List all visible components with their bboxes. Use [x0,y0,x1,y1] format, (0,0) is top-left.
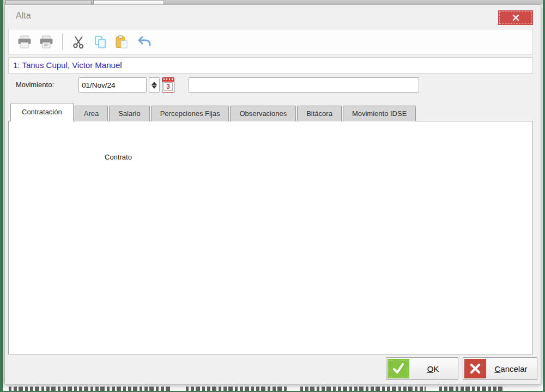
tab-contratacion[interactable]: Contratación [10,103,74,121]
undo-button[interactable] [135,32,153,52]
dialog-title: Alta [16,11,31,21]
copy-icon [94,35,107,49]
tab-movimiento-idse[interactable]: Movimiento IDSE [343,106,416,121]
cancel-button-label: Cancelar [486,364,536,373]
movimiento-comment-input[interactable] [189,77,419,93]
tab-strip: Contratación Area Salario Percepciones F… [10,103,417,121]
print-button[interactable] [15,32,34,52]
blurred-text [300,387,426,391]
background-tab [5,0,92,4]
blurred-text [439,387,505,391]
toolbar [8,29,533,55]
calendar-icon [162,78,174,82]
spinner-up-icon [152,82,157,85]
print-icon [17,35,32,49]
paste-icon [115,35,129,49]
alta-dialog: Alta [4,4,541,384]
background-content-cropped [3,384,543,391]
movimiento-date-spinner[interactable] [149,77,160,93]
movimiento-calendar-button[interactable]: 3 [162,77,174,93]
tab-bitacora[interactable]: Bitácora [297,106,342,121]
toolbar-separator [62,34,63,50]
movimiento-date-input[interactable] [78,77,147,93]
cut-button[interactable] [69,32,88,52]
close-button[interactable] [498,10,533,25]
ok-button[interactable]: OK [386,357,458,380]
titlebar: Alta [5,5,541,28]
check-icon [387,359,409,378]
print-preview-icon [39,35,53,49]
ok-button-label: OK [409,364,457,373]
undo-icon [137,36,152,48]
blurred-text [9,387,172,391]
background-tab [93,0,164,4]
close-icon [512,14,519,21]
blurred-text [186,387,287,391]
tab-percepciones-fijas[interactable]: Percepciones Fijas [151,106,229,121]
tab-observaciones[interactable]: Observaciones [230,106,296,121]
employee-header: 1: Tanus Cupul, Victor Manuel [8,57,533,74]
x-icon [464,359,486,378]
tab-area[interactable]: Area [75,106,108,121]
tab-panel-contratacion [8,121,533,354]
cut-icon [72,35,86,49]
background-tabstrip [3,0,543,4]
copy-button[interactable] [91,32,110,52]
contrato-group-legend: Contrato [102,153,134,161]
cancel-button[interactable]: Cancelar [463,357,537,380]
movimiento-label: Movimiento: [0,77,54,93]
action-bar: OK Cancelar [5,357,541,384]
tab-salario[interactable]: Salario [109,106,149,121]
spinner-down-icon [152,85,157,89]
paste-button[interactable] [113,32,131,52]
screen: Alta [0,0,545,392]
print-preview-button[interactable] [37,32,56,52]
